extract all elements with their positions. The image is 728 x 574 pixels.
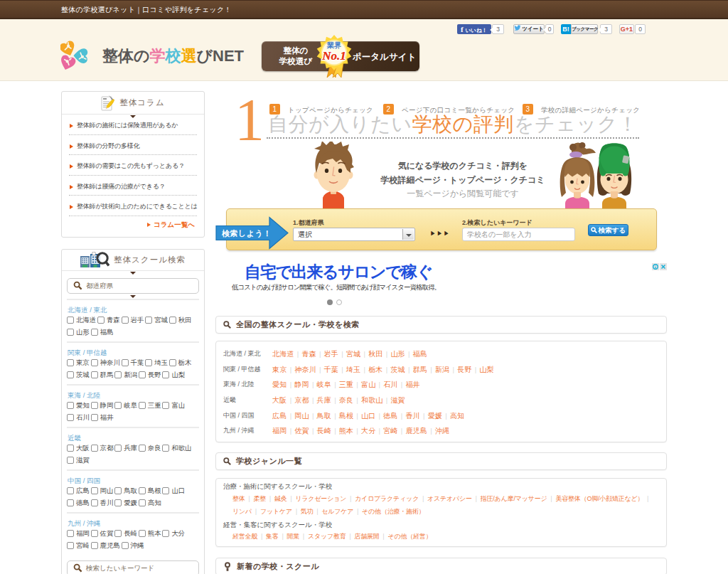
svg-text:業界: 業界 [326, 41, 341, 49]
svg-text:No.1: No.1 [321, 49, 346, 63]
